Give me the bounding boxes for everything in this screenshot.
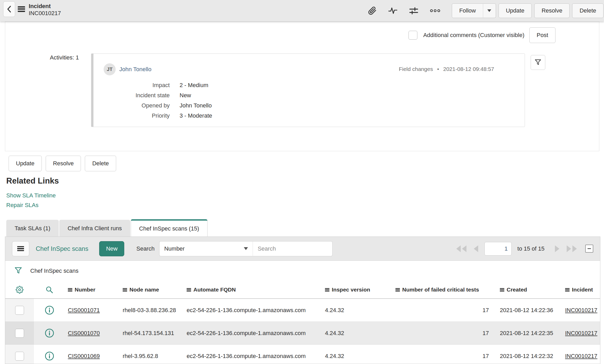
column-menu-icon: [395, 288, 400, 292]
incident-link[interactable]: INC0010217: [565, 353, 597, 359]
column-header-label: Automate FQDN: [193, 287, 236, 293]
search-input[interactable]: [253, 241, 333, 256]
tab-chef-inspec-scans[interactable]: Chef InSpec scans (15): [131, 219, 208, 236]
row-checkbox[interactable]: [15, 352, 24, 361]
scan-number-link[interactable]: CIS0001069: [68, 353, 100, 359]
scan-number-link[interactable]: CIS0001070: [68, 330, 100, 336]
list-toolbar: Chef InSpec scans New Search Number to 1…: [5, 237, 600, 261]
column-header-node-name[interactable]: Node name: [120, 287, 183, 293]
list-title-link[interactable]: Chef InSpec scans: [36, 245, 88, 252]
repair-slas-link[interactable]: Repair SLAs: [6, 202, 39, 209]
row-info-button[interactable]: [34, 322, 65, 344]
collapse-list-button[interactable]: [585, 245, 593, 253]
field-change-value: 3 - Moderate: [180, 112, 212, 119]
last-page-button[interactable]: [566, 245, 577, 252]
dropdown-caret-icon: [244, 247, 248, 250]
activity-filter-button[interactable]: [531, 55, 545, 70]
update-button[interactable]: Update: [9, 156, 42, 171]
update-button-header[interactable]: Update: [499, 3, 532, 18]
column-header-label: Number: [75, 287, 95, 293]
scan-number-link[interactable]: CIS0001071: [68, 307, 100, 313]
show-sla-timeline-link[interactable]: Show SLA Timeline: [6, 192, 56, 199]
first-page-button[interactable]: [456, 245, 467, 252]
form-action-buttons: Update Resolve Delete: [9, 156, 116, 171]
row-select-cell: [5, 345, 34, 364]
gear-button[interactable]: [5, 281, 34, 298]
more-options-icon[interactable]: [430, 9, 441, 13]
activity-author-link[interactable]: John Tonello: [119, 66, 151, 73]
row-select-cell: [5, 299, 34, 321]
activity-meta: Field changes • 2021-08-12 09:48:57: [399, 66, 494, 72]
field-change-label: Priority: [91, 112, 170, 119]
previous-page-button[interactable]: [473, 245, 479, 252]
node-name-cell: rhel-54.173.154.131: [120, 330, 183, 337]
created-cell: 2021-08-12 14:22:32: [497, 353, 562, 360]
inspec-version-cell: 4.24.32: [322, 330, 392, 337]
table-body: CIS0001071 rhel8-03-3.88.236.28 ec2-54-2…: [5, 299, 600, 364]
delete-button-header[interactable]: Delete: [572, 3, 603, 18]
column-search-button[interactable]: [34, 281, 65, 298]
created-cell: 2021-08-12 14:22:35: [497, 330, 562, 337]
breadcrumb-funnel-icon[interactable]: [14, 266, 22, 275]
column-header-failed-critical-tests[interactable]: Number of failed critical tests: [392, 287, 497, 293]
search-field-select[interactable]: Number: [159, 241, 253, 256]
list-context-menu-button[interactable]: [12, 241, 29, 256]
incident-link[interactable]: INC0010217: [565, 307, 597, 313]
column-header-label: Number of failed critical tests: [402, 287, 479, 293]
node-name-cell: rhel-3.95.62.8: [120, 353, 183, 360]
collapse-minus-icon: [588, 248, 591, 249]
follow-split-button: Follow: [452, 3, 496, 18]
incident-form-section: Additional comments (Customer visible) P…: [5, 21, 599, 151]
list-breadcrumb-row: Chef InSpec scans: [5, 261, 600, 281]
tab-chef-infra-client-runs[interactable]: Chef Infra Client runs: [59, 220, 130, 236]
related-links-title: Related Links: [6, 176, 59, 186]
new-record-button[interactable]: New: [99, 241, 124, 256]
resolve-button[interactable]: Resolve: [46, 156, 81, 171]
attachment-paperclip-icon[interactable]: [368, 6, 377, 16]
follow-button[interactable]: Follow: [452, 3, 483, 18]
post-button[interactable]: Post: [529, 27, 555, 43]
column-header-label: Incident: [572, 287, 593, 293]
resolve-button-header[interactable]: Resolve: [534, 3, 570, 18]
row-checkbox[interactable]: [15, 306, 24, 315]
column-menu-icon: [187, 288, 191, 292]
list-breadcrumb-label[interactable]: Chef InSpec scans: [30, 268, 79, 274]
follow-dropdown-button[interactable]: [483, 3, 496, 18]
field-change-value: New: [180, 92, 212, 99]
chef-inspec-scans-list: Chef InSpec scans New Search Number to 1…: [5, 236, 600, 364]
activity-stream-icon[interactable]: [388, 6, 398, 15]
page-number-input[interactable]: [484, 242, 512, 256]
row-info-icon: [45, 328, 54, 338]
activities-count-label: Activities: 1: [50, 54, 79, 61]
previous-page-icon: [473, 245, 479, 252]
column-menu-icon: [325, 288, 329, 292]
activity-filter-funnel-icon: [534, 59, 542, 66]
pagination-controls: to 15 of 15: [456, 242, 593, 256]
row-checkbox[interactable]: [15, 329, 24, 338]
row-info-icon: [45, 305, 54, 315]
next-page-button[interactable]: [554, 245, 560, 252]
back-button[interactable]: [3, 1, 15, 17]
row-info-button[interactable]: [34, 345, 65, 364]
column-menu-icon: [565, 288, 570, 292]
context-menu-icon[interactable]: [18, 6, 25, 12]
column-header-created[interactable]: Created: [497, 287, 562, 293]
table-header-row: Number Node name Automate FQDN Inspec ve…: [5, 281, 600, 299]
column-header-incident[interactable]: Incident: [562, 287, 600, 293]
tab-task-slas[interactable]: Task SLAs (1): [6, 220, 59, 236]
column-menu-icon: [68, 288, 72, 292]
node-name-cell: rhel8-03-3.88.236.28: [120, 307, 183, 314]
failed-critical-tests-cell: 17: [392, 353, 497, 360]
incident-link[interactable]: INC0010217: [565, 330, 597, 336]
gear-icon: [16, 286, 23, 294]
last-page-icon: [566, 245, 577, 252]
delete-button[interactable]: Delete: [85, 156, 116, 171]
additional-comments-checkbox[interactable]: [408, 31, 417, 40]
row-info-button[interactable]: [34, 299, 65, 321]
column-header-automate-fqdn[interactable]: Automate FQDN: [183, 287, 322, 293]
related-list-tabs: Task SLAs (1) Chef Infra Client runs Che…: [6, 220, 208, 236]
column-header-inspec-version[interactable]: Inspec version: [322, 287, 392, 293]
column-header-number[interactable]: Number: [65, 287, 120, 293]
automate-fqdn-cell: ec2-54-226-1-136.compute-1.amazonaws.com: [183, 330, 322, 337]
personalize-sliders-icon[interactable]: [409, 6, 419, 15]
